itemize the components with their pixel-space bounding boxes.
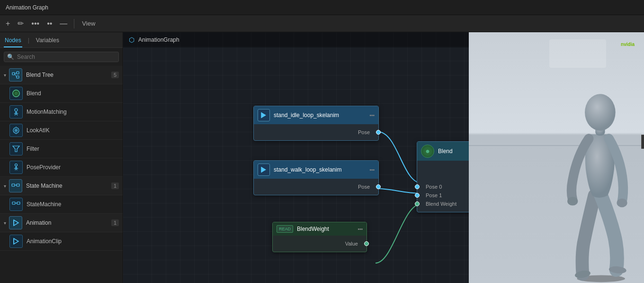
node-stand-idle-body: Pose [254, 124, 378, 140]
toolbar-divider [74, 19, 74, 28]
more-button-3[interactable]: — [58, 18, 69, 29]
node-stand-idle-title: stand_idle_loop_skelanim [274, 112, 366, 119]
blend-tree-label: Blend Tree [26, 72, 111, 78]
view-menu[interactable]: View [79, 19, 98, 28]
pose-provider-label: PoseProvider [27, 164, 61, 171]
port-blend-weight[interactable]: Blend Weight [417, 200, 469, 208]
sidebar-item-state-machine[interactable]: StateMachine [0, 195, 123, 214]
state-machine-icon [9, 198, 23, 211]
animation-count: 1 [111, 219, 119, 226]
sidebar-item-motion-matching[interactable]: MotionMatching [0, 103, 123, 121]
svg-marker-40 [261, 167, 266, 173]
sidebar-collapse-handle[interactable]: ‹ [641, 135, 644, 149]
svg-rect-0 [12, 73, 15, 75]
port-bw-value-dot[interactable] [364, 241, 369, 246]
chevron-down-icon-2: ▾ [4, 183, 6, 189]
node-stand-idle[interactable]: stand_idle_loop_skelanim ••• Pose [253, 106, 379, 141]
svg-point-51 [585, 94, 616, 131]
port-blend-pose0-label: Pose 0 [426, 184, 442, 190]
node-stand-idle-menu[interactable]: ••• [369, 113, 375, 118]
port-blend-pose1-dot[interactable] [415, 193, 420, 198]
sidebar-item-filter[interactable]: Filter [0, 140, 123, 158]
node-blend-weight-read-badge: READ [277, 225, 293, 233]
filter-icon [9, 142, 23, 155]
node-stand-walk[interactable]: stand_walk_loop_skelanim ••• Pose [253, 160, 379, 195]
port-blend-pose1[interactable]: Pose 1 [417, 191, 469, 200]
svg-rect-30 [12, 202, 15, 204]
edit-button[interactable]: ✏ [16, 18, 26, 29]
port-blend-pose0[interactable]: Pose 0 [417, 183, 469, 191]
look-at-ik-label: LookAtIK [27, 127, 50, 134]
node-blend-title: Blend [438, 148, 469, 155]
svg-line-25 [16, 168, 17, 170]
port-blend-pose0-dot[interactable] [415, 184, 420, 189]
category-blend-tree[interactable]: ▾ Blend Tree 5 [0, 66, 123, 84]
sidebar-item-pose-provider[interactable]: PoseProvider [0, 158, 123, 177]
graph-header-icon: ⬡ [129, 36, 134, 44]
more-button-2[interactable]: •• [45, 18, 54, 29]
state-machine-cat-icon [9, 179, 22, 192]
port-blend-pose-out[interactable]: Pose [417, 164, 469, 173]
filter-label: Filter [27, 146, 39, 152]
look-at-ik-icon [9, 124, 23, 137]
animation-clip-icon [9, 235, 23, 248]
human-figure [554, 55, 639, 283]
add-button[interactable]: + [4, 18, 12, 29]
port-blend-weight-dot[interactable] [415, 201, 420, 206]
sidebar-item-blend[interactable]: Blend [0, 84, 123, 103]
node-blend-weight[interactable]: READ BlendWeight ••• Value [272, 222, 367, 252]
animation-cat-icon [9, 216, 22, 229]
search-input[interactable] [17, 54, 116, 60]
toolbar: + ✏ ••• •• — View [0, 15, 644, 32]
svg-point-20 [15, 164, 18, 166]
port-walk-pose-out[interactable]: Pose [254, 183, 378, 191]
port-pose-dot[interactable] [376, 130, 381, 135]
svg-point-7 [14, 91, 18, 95]
search-icon: 🔍 [7, 54, 14, 60]
svg-rect-2 [17, 76, 19, 78]
node-stand-walk-header: stand_walk_loop_skelanim ••• [254, 161, 378, 179]
category-animation[interactable]: ▾ Animation 1 [0, 214, 123, 232]
svg-marker-36 [14, 238, 18, 244]
tab-variables[interactable]: Variables [35, 35, 60, 47]
chevron-down-icon-3: ▾ [4, 220, 6, 226]
animation-cat-label: Animation [26, 219, 111, 226]
graph-area[interactable]: ⬡ AnimationGraph stand_id [123, 32, 469, 283]
blend-tree-icon [9, 68, 22, 82]
more-button-1[interactable]: ••• [29, 18, 41, 29]
sidebar-tabs: Nodes | Variables [0, 32, 123, 48]
svg-line-13 [16, 114, 18, 115]
node-stand-walk-title: stand_walk_loop_skelanim [274, 166, 366, 173]
node-blend-weight-menu[interactable]: ••• [358, 227, 363, 232]
sidebar-item-animation-clip[interactable]: AnimationClip [0, 232, 123, 251]
svg-rect-26 [12, 184, 15, 186]
tab-nodes[interactable]: Nodes [4, 35, 22, 47]
port-blend-pose1-label: Pose 1 [426, 192, 442, 198]
tab-separator: | [28, 35, 29, 47]
animation-clip-label: AnimationClip [27, 238, 62, 245]
port-walk-pose-dot[interactable] [376, 184, 381, 189]
state-machine-count: 1 [111, 183, 119, 189]
sidebar-content: ▾ Blend Tree 5 [0, 66, 123, 283]
sidebar-item-look-at-ik[interactable]: LookAtIK [0, 121, 123, 140]
node-stand-walk-icon [258, 164, 270, 176]
pose-provider-icon [9, 161, 23, 174]
port-bw-value-label: Value [345, 241, 358, 246]
port-bw-value-out[interactable]: Value [273, 239, 367, 248]
graph-header: ⬡ AnimationGraph [123, 32, 469, 47]
svg-marker-34 [14, 220, 18, 226]
node-blend-header: ● Blend ••• [417, 142, 469, 161]
category-state-machine[interactable]: ▾ State Machine 1 [0, 177, 123, 195]
svg-marker-19 [13, 146, 19, 152]
svg-point-48 [567, 197, 578, 205]
node-stand-walk-menu[interactable]: ••• [369, 167, 375, 173]
port-pose-out[interactable]: Pose [254, 128, 378, 137]
node-blend-weight-body: Value [273, 236, 367, 252]
node-blend-weight-header: READ BlendWeight ••• [273, 222, 367, 236]
nvidia-logo: nvidia [621, 42, 635, 47]
viewport: nvidia [469, 32, 644, 283]
node-blend-weight-title: BlendWeight [297, 226, 354, 232]
motion-matching-icon [9, 105, 23, 119]
node-blend[interactable]: ● Blend ••• Pose Pose 0 Pose 1 [417, 141, 469, 212]
svg-point-16 [16, 130, 17, 131]
